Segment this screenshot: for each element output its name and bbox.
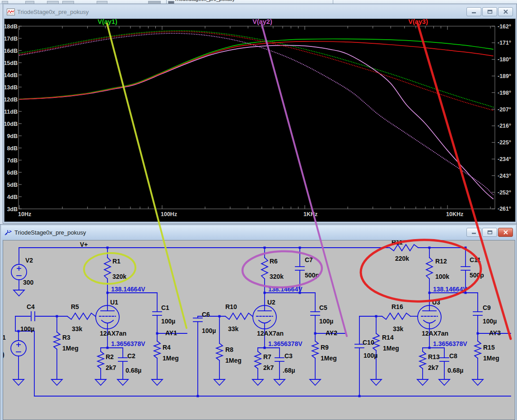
component-label[interactable]: 12AX7an [422, 330, 448, 337]
schematic-titlebar[interactable]: TriodeStage0x_pre_pokusy [1, 226, 516, 239]
node-voltage: 138.14664V [433, 286, 467, 293]
component-label[interactable]: 33k [72, 325, 83, 332]
component-label[interactable]: R11 [391, 240, 403, 246]
component-label[interactable]: AY2 [326, 329, 337, 337]
component-label[interactable]: 1 [3, 334, 6, 341]
component-label[interactable]: AY3 [489, 329, 501, 337]
component-label[interactable]: 320k [270, 273, 284, 280]
component-label[interactable]: 1Meg [163, 355, 179, 362]
component-label[interactable]: R13 [428, 353, 440, 360]
component-label[interactable]: R9 [321, 344, 329, 351]
y-left-tick-label: 7dB [7, 157, 18, 164]
component-label[interactable]: V2 [25, 257, 33, 264]
component-label[interactable]: 100µ [319, 318, 333, 325]
component-label[interactable]: C4 [27, 303, 35, 310]
component-label[interactable]: 220k [395, 255, 409, 262]
restore-button[interactable] [482, 7, 497, 16]
component-label[interactable]: U1 [110, 299, 118, 306]
y-left-tick-label: 14dB [5, 72, 18, 78]
component-label[interactable]: 1Meg [321, 355, 337, 362]
trace-label[interactable]: V(ay2) [252, 19, 272, 25]
waveform-window-icon[interactable] [7, 9, 15, 15]
component-label[interactable]: 2k7 [106, 364, 116, 371]
junction [375, 315, 377, 318]
component-label[interactable]: R7 [263, 353, 271, 360]
component-label[interactable]: 100k [435, 273, 449, 280]
component-label[interactable]: 100µ [483, 318, 497, 325]
component-label[interactable]: C10 [363, 339, 374, 346]
junction [465, 247, 467, 249]
document-tab[interactable]: TriodeStage0x_pre_pokusy [174, 0, 235, 4]
component-label[interactable]: C9 [483, 304, 491, 311]
node-voltage: 138.14664V [268, 286, 303, 293]
component-label[interactable]: R6 [270, 258, 278, 265]
schematic-window-icon[interactable] [4, 229, 12, 236]
waveform-titlebar[interactable]: TriodeStage0x_pre_pokusy [4, 5, 516, 18]
junction [314, 332, 317, 335]
component-label[interactable]: C3 [284, 352, 293, 360]
component-label[interactable]: 300 [23, 279, 34, 286]
component-label[interactable]: R12 [435, 258, 447, 265]
component-label[interactable]: C8 [449, 352, 457, 360]
component-label[interactable]: 500p [305, 272, 319, 279]
component-label[interactable]: U3 [432, 299, 440, 306]
y-right-tick-label: -198° [498, 90, 511, 96]
junction [359, 395, 361, 397]
close-button[interactable] [498, 7, 513, 16]
component-label[interactable]: 100µ [161, 318, 175, 325]
component-label[interactable]: 1Meg [225, 357, 242, 364]
waveform-plot-pane[interactable]: 18dB17dB16dB15dB14dB13dB12dB11dB10dB9dB8… [4, 18, 516, 222]
component-label[interactable]: 1Meg [483, 355, 499, 362]
trace-label[interactable]: V(ay3) [408, 19, 428, 25]
component-label[interactable]: C1 [161, 304, 169, 311]
component-label[interactable]: 33k [393, 325, 404, 332]
restore-button[interactable] [482, 228, 497, 237]
component-label[interactable]: C11 [470, 256, 481, 263]
component-label[interactable]: 1Meg [383, 345, 399, 352]
component-label[interactable]: R1 [112, 258, 121, 265]
component-label[interactable]: R2 [106, 353, 114, 360]
component-label[interactable]: C2 [127, 352, 135, 360]
component-label[interactable]: C5 [319, 304, 327, 311]
trace-label[interactable]: V(ay1) [98, 19, 117, 25]
component-label[interactable]: 500p [470, 272, 484, 279]
component-label[interactable]: R14 [382, 334, 394, 341]
component-label[interactable]: AY1 [165, 329, 177, 337]
junction [156, 332, 158, 335]
component-label[interactable]: V+ [80, 241, 88, 248]
component-label[interactable]: 33k [228, 325, 239, 332]
schematic-canvas[interactable]: V+V23001)C4100µR533kR31MegR1320kU112AX7a… [3, 240, 515, 420]
y-left-tick-label: 18dB [5, 23, 18, 30]
y-right-tick-label: -252° [498, 189, 511, 196]
junction [264, 247, 266, 249]
component-label[interactable]: R3 [62, 334, 70, 341]
minimize-button[interactable] [466, 7, 481, 16]
junction [18, 330, 20, 332]
component-label[interactable]: 12AX7an [100, 330, 126, 337]
component-label[interactable]: 320k [112, 273, 126, 280]
component-label[interactable]: 2k7 [428, 364, 439, 371]
component-label[interactable]: 1Meg [62, 345, 79, 352]
component-label[interactable]: R16 [391, 303, 403, 310]
component-label[interactable]: R4 [163, 344, 171, 351]
component-label[interactable]: 100µ [202, 327, 216, 334]
component-label[interactable]: .68µ [283, 367, 295, 374]
component-label[interactable]: ) [3, 351, 5, 358]
component-label[interactable]: 12AX7an [257, 330, 284, 337]
component-label[interactable]: R5 [71, 303, 79, 310]
component-label[interactable]: C6 [202, 311, 210, 318]
component-label[interactable]: 0.68µ [447, 367, 463, 374]
component-label[interactable]: R15 [483, 344, 495, 351]
minimize-button[interactable] [466, 228, 481, 237]
node-voltage: 138.14664V [111, 286, 145, 293]
component-label[interactable]: R10 [225, 303, 237, 310]
node-voltage: 1.3656378V [433, 340, 467, 347]
component-label[interactable]: 2k7 [263, 364, 274, 371]
component-label[interactable]: 100µ [20, 325, 34, 332]
component-label[interactable]: 0.68µ [126, 367, 141, 374]
component-label[interactable]: 100µ [363, 352, 377, 359]
component-label[interactable]: U2 [267, 299, 275, 306]
component-label[interactable]: C7 [305, 256, 313, 263]
close-button[interactable] [498, 228, 513, 237]
component-label[interactable]: R8 [225, 346, 233, 353]
